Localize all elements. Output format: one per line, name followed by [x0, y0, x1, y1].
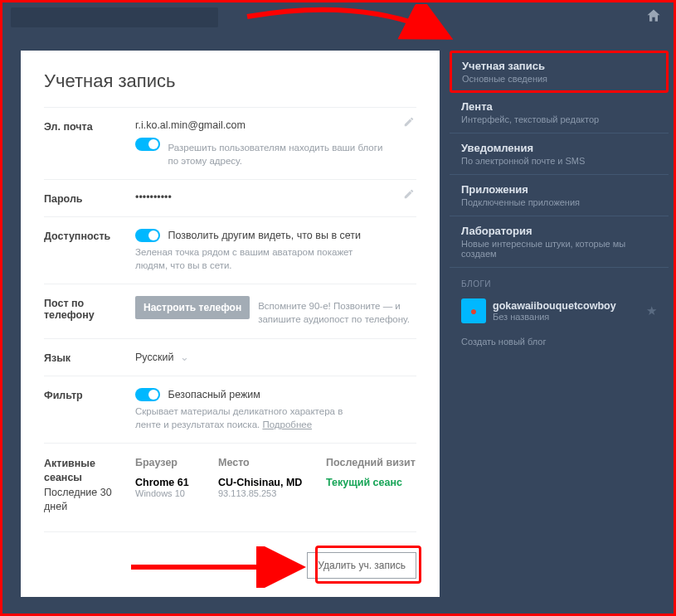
row-language: Язык Русский ⌄: [44, 338, 416, 376]
settings-panel: Учетная запись Эл. почта r.i.ko.al.min@g…: [21, 51, 440, 597]
row-phone-post: Пост по телефону Настроить телефон Вспом…: [44, 284, 416, 337]
row-availability: Доступность Позволить другим видеть, что…: [44, 216, 416, 284]
row-email: Эл. почта r.i.ko.al.min@gmail.com Разреш…: [44, 107, 416, 179]
col-last: Последний визит: [326, 457, 416, 468]
settings-sidebar: Учетная запись Основные сведения Лента И…: [450, 51, 669, 355]
create-blog-link[interactable]: Создать новый блог: [450, 328, 669, 355]
blog-sub: Без названия: [493, 312, 616, 322]
session-row: Chrome 61 Windows 10 CU-Chisinau, MD 93.…: [135, 477, 416, 498]
sidebar-item-sub: Подключенные приложения: [461, 197, 657, 207]
sidebar-item-sub: Новые интересные штуки, которые мы созда…: [461, 239, 657, 259]
edit-email-icon[interactable]: [403, 116, 415, 130]
sidebar-section-blogs: БЛОГИ: [450, 268, 669, 293]
label-filter: Фильтр: [44, 388, 135, 401]
sidebar-item-sub: Основные сведения: [462, 74, 656, 84]
label-password: Пароль: [44, 192, 135, 205]
delete-account-button[interactable]: Удалить уч. запись: [307, 552, 416, 579]
language-select[interactable]: Русский ⌄: [135, 352, 189, 363]
password-value: ••••••••••: [135, 192, 172, 203]
brand-area: [11, 7, 218, 27]
filter-more-link[interactable]: Подробнее: [262, 420, 312, 429]
session-browser: Chrome 61: [135, 477, 218, 488]
session-os: Windows 10: [135, 488, 218, 498]
session-location: CU-Chisinau, MD: [218, 477, 326, 488]
sidebar-item-title: Лаборатория: [461, 225, 657, 237]
chevron-down-icon: ⌄: [180, 352, 189, 363]
sidebar-item-title: Уведомления: [461, 142, 657, 154]
sidebar-item-lab[interactable]: Лаборатория Новые интересные штуки, кото…: [450, 216, 669, 268]
availability-hint: Зеленая точка рядом с вашим аватаром пок…: [135, 245, 359, 272]
edit-password-icon[interactable]: [403, 188, 415, 202]
toggle-email-find[interactable]: [135, 138, 160, 151]
sidebar-item-notifications[interactable]: Уведомления По электронной почте и SMS: [450, 133, 669, 175]
email-toggle-text: Разрешить пользователям находить ваши бл…: [168, 141, 383, 167]
row-filter: Фильтр Безопасный режим Скрывает материа…: [44, 376, 416, 443]
col-browser: Браузер: [135, 457, 218, 468]
session-ip: 93.113.85.253: [218, 488, 326, 498]
home-icon[interactable]: [645, 7, 662, 27]
sidebar-item-account[interactable]: Учетная запись Основные сведения: [450, 51, 669, 93]
session-last: Текущий сеанс: [326, 477, 416, 498]
language-value: Русский: [135, 352, 173, 363]
toggle-availability[interactable]: [135, 229, 160, 242]
availability-toggle-text: Позволить другим видеть, что вы в сети: [168, 230, 361, 241]
setup-phone-button[interactable]: Настроить телефон: [135, 296, 250, 319]
page-title: Учетная запись: [44, 70, 416, 92]
star-icon[interactable]: ★: [646, 303, 657, 318]
row-password: Пароль ••••••••••: [44, 179, 416, 216]
sidebar-item-title: Приложения: [461, 183, 657, 196]
label-language: Язык: [44, 351, 135, 364]
phone-post-hint: Вспомните 90-е! Позвоните — и запишите а…: [258, 299, 416, 326]
sessions-label: Активные сеансы: [44, 457, 135, 486]
toggle-safe-mode[interactable]: [135, 388, 160, 401]
sidebar-item-title: Учетная запись: [462, 60, 656, 72]
blog-name: gokawaiibouquetcowboy: [493, 300, 616, 312]
sidebar-item-sub: Интерфейс, текстовый редактор: [461, 114, 657, 124]
blog-item[interactable]: ● gokawaiibouquetcowboy Без названия ★: [450, 293, 669, 328]
filter-toggle-text: Безопасный режим: [168, 389, 260, 400]
label-availability: Доступность: [44, 229, 135, 242]
row-sessions: Активные сеансы Последние 30 дней Браузе…: [44, 443, 416, 515]
sidebar-item-title: Лента: [461, 100, 657, 113]
sidebar-item-apps[interactable]: Приложения Подключенные приложения: [450, 175, 669, 216]
blog-avatar: ●: [461, 298, 486, 323]
label-phone-post: Пост по телефону: [44, 296, 135, 321]
sidebar-item-feed[interactable]: Лента Интерфейс, текстовый редактор: [450, 92, 669, 133]
email-value: r.i.ko.al.min@gmail.com: [135, 119, 416, 131]
label-email: Эл. почта: [44, 119, 135, 133]
col-location: Место: [218, 457, 326, 468]
sessions-sublabel: Последние 30 дней: [44, 486, 135, 515]
sidebar-item-sub: По электронной почте и SMS: [461, 156, 657, 166]
